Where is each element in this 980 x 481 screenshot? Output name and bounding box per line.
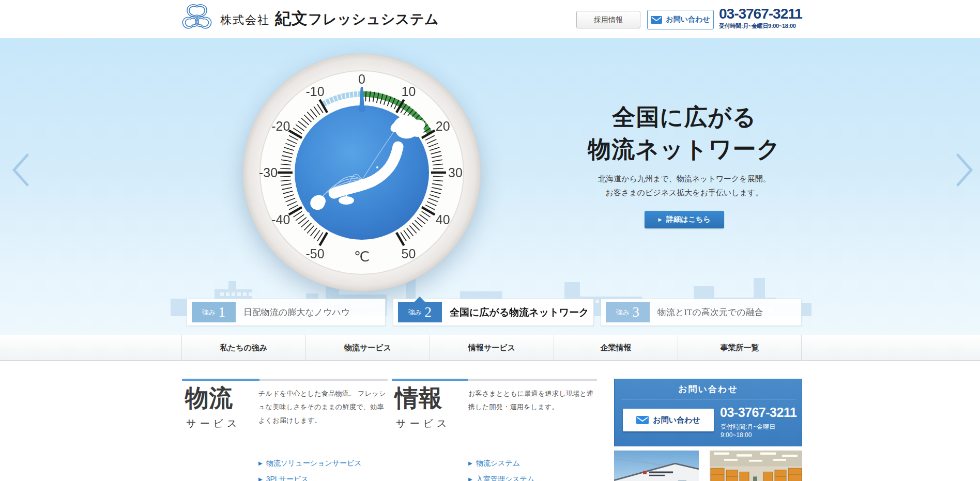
- hero-headline-line1: 全国に広がる: [583, 101, 786, 133]
- nav-item-strengths[interactable]: 私たちの強み: [181, 335, 305, 361]
- phone-hours: 受付時間:月~金曜日9:00~18:00: [719, 22, 822, 30]
- strength-text: 物流とITの高次元での融合: [657, 306, 763, 318]
- nav-item-information-service[interactable]: 情報サービス: [430, 335, 554, 361]
- details-button[interactable]: ▶ 詳細はこちら: [645, 211, 724, 228]
- column-top-border: [392, 379, 597, 381]
- service-description: チルドを中心とした食品物流。 フレッシュな美味しさをそのままの鮮度で、効率よくお…: [258, 387, 389, 427]
- svg-text:40: 40: [436, 212, 450, 227]
- envelope-icon: [636, 416, 649, 424]
- hero-carousel: -50-40-30-20-1001020304050℃ 全国に広がる 物流ネット…: [0, 38, 980, 335]
- triangle-right-icon: ▶: [468, 460, 472, 466]
- hero-subtext: 北海道から九州まで、物流ネットワークを展開。 お客さまのビジネス拡大をお手伝いし…: [583, 172, 786, 199]
- strength-badge-label: 強み: [408, 308, 422, 317]
- service-link-item[interactable]: ▶物流システム: [468, 455, 557, 471]
- thermometer-dial-svg: -50-40-30-20-1001020304050℃: [242, 53, 482, 292]
- svg-text:30: 30: [448, 165, 463, 180]
- brand-name: 紀文: [275, 8, 308, 29]
- service-title: 物流: [185, 385, 233, 412]
- strength-badge-label: 強み: [202, 308, 216, 317]
- strength-badge-number: 3: [632, 305, 639, 319]
- column-top-border-accent: [392, 379, 468, 381]
- strength-badge-2: 強み2: [398, 302, 442, 322]
- strength-badge-number: 1: [218, 305, 225, 319]
- header-phone-block: 03-3767-3211 受付時間:月~金曜日9:00~18:00: [719, 6, 822, 30]
- contact-panel-hours-line2: 9:00~18:00: [721, 431, 752, 439]
- service-link-item[interactable]: ▶入室管理システム: [468, 471, 557, 481]
- service-subtitle: サービス: [396, 417, 450, 430]
- contact-panel-phone: 03-3767-3211: [720, 405, 797, 420]
- phone-number: 03-3767-3211: [719, 6, 822, 22]
- svg-text:-20: -20: [271, 119, 290, 133]
- column-top-border-accent: [182, 379, 259, 381]
- divider: [621, 399, 795, 399]
- nav-item-company-info[interactable]: 企業情報: [554, 335, 678, 361]
- header-contact-label: お問い合わせ: [666, 15, 710, 24]
- svg-text:20: 20: [436, 119, 450, 133]
- svg-text:-10: -10: [305, 84, 324, 99]
- recruit-button[interactable]: 採用情報: [576, 11, 640, 28]
- contact-panel-hours-line1: 受付時間:月~金曜日: [721, 423, 775, 431]
- header-contact-button[interactable]: お問い合わせ: [647, 10, 714, 29]
- hero-copy: 全国に広がる 物流ネットワーク 北海道から九州まで、物流ネットワークを展開。 お…: [583, 101, 786, 228]
- content-section: 物流サービスチルドを中心とした食品物流。 フレッシュな美味しさをそのままの鮮度で…: [0, 361, 980, 481]
- envelope-icon: [651, 16, 662, 24]
- triangle-right-icon: ▶: [468, 476, 472, 481]
- thermometer-dial: -50-40-30-20-1001020304050℃: [242, 53, 482, 292]
- contact-panel-title: お問い合わせ: [615, 383, 802, 395]
- service-description: お客さまとともに最適を追求し現場と連携した開発・運用をします。: [468, 387, 599, 414]
- strength-badge-1: 強み1: [192, 302, 236, 322]
- service-column-logistics: 物流サービスチルドを中心とした食品物流。 フレッシュな美味しさをそのままの鮮度で…: [182, 379, 388, 481]
- strength-badge-number: 2: [424, 305, 432, 319]
- details-button-label: 詳細はこちら: [666, 215, 710, 224]
- svg-text:0: 0: [358, 72, 365, 86]
- warehouse-interior-photo[interactable]: [710, 451, 802, 481]
- office-building-photo[interactable]: [614, 451, 699, 481]
- strength-box-2[interactable]: 強み2全国に広がる物流ネットワーク: [393, 299, 594, 326]
- triangle-right-icon: ▶: [258, 476, 263, 481]
- svg-text:-40: -40: [271, 212, 290, 227]
- strength-badge-3: 強み3: [606, 302, 650, 322]
- strength-text: 日配物流の膨大なノウハウ: [243, 306, 350, 318]
- contact-panel-button[interactable]: お問い合わせ: [623, 409, 714, 431]
- hero-headline: 全国に広がる 物流ネットワーク: [583, 101, 786, 165]
- carousel-prev-arrow[interactable]: [10, 153, 31, 187]
- site-header: 株式会社 紀文 フレッシュシステム 採用情報 お問い合わせ 03-3767-32…: [0, 0, 980, 38]
- nav-menu: 私たちの強み物流サービス情報サービス企業情報事業所一覧: [181, 335, 802, 361]
- svg-text:50: 50: [402, 246, 416, 261]
- service-links: ▶物流ソリューションサービス▶3PLサービス▶物流センター代行サービス: [258, 455, 362, 481]
- triangle-right-icon: ▶: [258, 460, 263, 466]
- triangle-right-icon: ▶: [658, 217, 662, 222]
- dial-unit-label: ℃: [354, 249, 370, 265]
- nav-item-office-list[interactable]: 事業所一覧: [678, 335, 802, 361]
- service-link-item[interactable]: ▶3PLサービス: [258, 471, 362, 481]
- service-links: ▶物流システム▶入室管理システム▶音声ピッキングシステム: [468, 455, 557, 481]
- service-title: 情報: [395, 385, 442, 412]
- nav-item-logistics-service[interactable]: 物流サービス: [305, 335, 430, 361]
- hero-subtext-line2: お客さまのビジネス拡大をお手伝いします。: [583, 185, 786, 199]
- strength-badge-label: 強み: [616, 308, 630, 317]
- service-link-label: 3PLサービス: [266, 475, 309, 481]
- svg-text:10: 10: [402, 84, 416, 99]
- company-logo[interactable]: 株式会社 紀文 フレッシュシステム: [181, 3, 439, 34]
- company-prefix: 株式会社: [220, 12, 270, 28]
- service-link-label: 物流ソリューションサービス: [266, 459, 362, 468]
- kibun-clover-logo-icon: [181, 4, 213, 34]
- brand-suffix: フレッシュシステム: [308, 10, 439, 28]
- service-column-information: 情報サービスお客さまとともに最適を追求し現場と連携した開発・運用をします。▶物流…: [392, 379, 597, 481]
- contact-panel-button-label: お問い合わせ: [653, 415, 700, 425]
- carousel-next-arrow[interactable]: [954, 153, 975, 187]
- contact-panel: お問い合わせ お問い合わせ 03-3767-3211 受付時間:月~金曜日 9:…: [614, 379, 802, 446]
- column-top-border: [182, 379, 388, 381]
- service-link-label: 入室管理システム: [476, 475, 534, 481]
- hero-subtext-line1: 北海道から九州まで、物流ネットワークを展開。: [583, 172, 786, 185]
- main-navigation: 私たちの強み物流サービス情報サービス企業情報事業所一覧: [0, 335, 980, 361]
- service-subtitle: サービス: [186, 417, 240, 430]
- strength-box-1[interactable]: 強み1日配物流の膨大なノウハウ: [187, 299, 386, 326]
- company-name: 株式会社 紀文 フレッシュシステム: [220, 8, 439, 29]
- service-link-item[interactable]: ▶物流ソリューションサービス: [258, 455, 362, 471]
- page: 株式会社 紀文 フレッシュシステム 採用情報 お問い合わせ 03-3767-32…: [0, 0, 980, 481]
- svg-text:-50: -50: [305, 246, 324, 261]
- strength-text: 全国に広がる物流ネットワーク: [450, 306, 589, 319]
- strength-box-3[interactable]: 強み3物流とITの高次元での融合: [601, 299, 802, 326]
- service-link-label: 物流システム: [476, 459, 520, 468]
